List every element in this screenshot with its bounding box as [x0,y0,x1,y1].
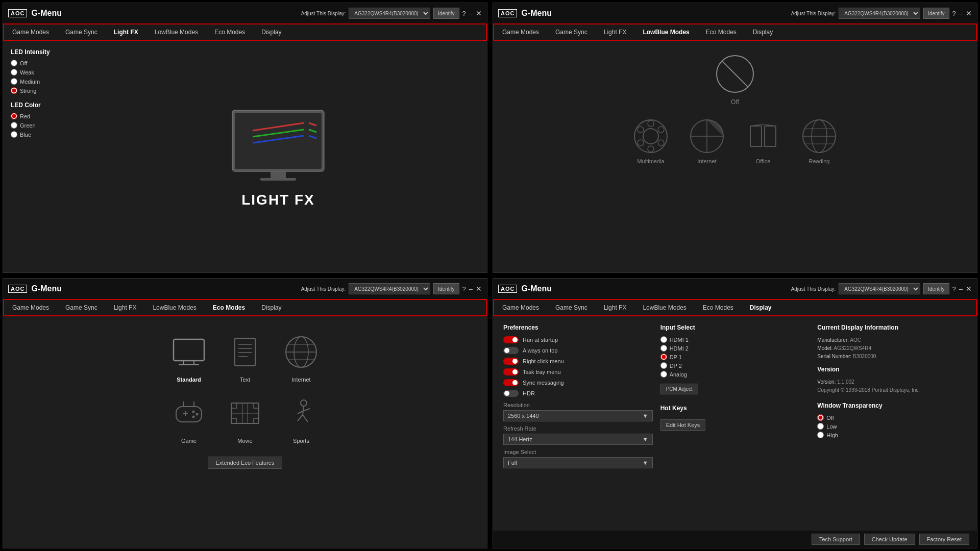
run-at-startup-toggle[interactable] [503,336,519,343]
right-click-toggle[interactable] [503,358,519,365]
info-transparency-section: Current Display Information Manufacturer… [817,324,967,472]
minimize-icon-3[interactable]: – [469,285,473,293]
close-button-4[interactable]: ✕ [966,285,972,293]
tab-game-modes-3[interactable]: Game Modes [4,300,57,315]
identify-button[interactable]: Identify [433,8,459,19]
tab-light-fx-4[interactable]: Light FX [596,300,635,315]
tech-support-button[interactable]: Tech Support [812,534,860,545]
minimize-icon[interactable]: – [469,10,473,17]
eco-sports[interactable]: Sports [281,393,322,444]
refresh-select[interactable]: 144 Hertz ▼ [503,434,653,445]
tab-lowblue-3[interactable]: LowBlue Modes [144,300,204,315]
close-button-3[interactable]: ✕ [476,285,482,293]
transparency-low[interactable]: Low [817,423,967,430]
display-selector[interactable]: AG322QWS4R4(B3020000) [349,8,430,19]
tab-lowblue-4[interactable]: LowBlue Modes [634,300,694,315]
help-icon-2[interactable]: ? [952,10,956,17]
transparency-high[interactable]: High [817,432,967,438]
display-selector-2[interactable]: AG322QWS4R4(B3020000) [839,8,920,19]
extended-eco-button[interactable]: Extended Eco Features [208,457,283,469]
minimize-icon-2[interactable]: – [959,10,963,17]
sync-msg-toggle[interactable] [503,379,519,386]
tab-display-4[interactable]: Display [742,300,780,315]
eco-text[interactable]: Text [225,332,265,383]
always-on-top-toggle[interactable] [503,347,519,354]
color-green[interactable]: Green [11,122,62,129]
help-icon[interactable]: ? [462,10,466,17]
sports-icon [281,393,322,434]
factory-reset-button[interactable]: Factory Reset [919,534,969,545]
identify-button-2[interactable]: Identify [923,8,949,19]
resolution-chevron: ▼ [643,413,648,419]
minimize-icon-4[interactable]: – [959,285,963,293]
display-selector-4[interactable]: AG322QWS4R4(B3020000) [839,283,920,294]
standard-label: Standard [177,377,201,383]
task-tray-toggle[interactable] [503,368,519,375]
resolution-select[interactable]: 2560 x 1440 ▼ [503,410,653,421]
led-strong[interactable]: Strong [11,87,62,94]
help-icon-3[interactable]: ? [462,285,466,293]
close-button[interactable]: ✕ [476,9,482,17]
tab-game-modes-4[interactable]: Game Modes [494,300,547,315]
identify-button-3[interactable]: Identify [433,283,459,294]
tab-eco[interactable]: Eco Modes [206,24,253,40]
tab-game-sync[interactable]: Game Sync [57,24,106,40]
tab-display[interactable]: Display [253,24,289,40]
hdr-toggle[interactable] [503,390,519,397]
tab-lowblue-2[interactable]: LowBlue Modes [634,24,697,40]
tab-game-sync-3[interactable]: Game Sync [57,300,106,315]
display-info-text: Manufacturer: AOC Model: AG322QWS4R4 Ser… [817,336,967,361]
led-off[interactable]: Off [11,60,62,66]
eco-standard[interactable]: Standard [168,332,209,383]
display-selector-3[interactable]: AG322QWS4R4(B3020000) [349,283,430,294]
eco-game[interactable]: Game [168,393,209,444]
adjust-label-2: Adjust This Display: [791,11,836,16]
tab-game-modes-2[interactable]: Game Modes [494,24,547,40]
mode-multimedia[interactable]: Multimedia [633,118,669,164]
version-info: Version: 1.1.002 Copyright © 1993-2018 P… [817,378,967,394]
identify-button-4[interactable]: Identify [923,283,949,294]
help-icon-4[interactable]: ? [952,285,956,293]
gamepad-svg [171,395,207,431]
input-hdmi2[interactable]: HDMI 2 [660,345,810,352]
tab-display-3[interactable]: Display [253,300,289,315]
tab-eco-2[interactable]: Eco Modes [698,24,745,40]
tab-game-sync-2[interactable]: Game Sync [547,24,596,40]
tab-display-2[interactable]: Display [745,24,781,40]
input-hdmi1[interactable]: HDMI 1 [660,336,810,343]
reading-icon [801,118,837,154]
internet-eco-icon [281,332,322,372]
led-medium[interactable]: Medium [11,78,62,85]
pcm-button[interactable]: PCM Adject [660,384,698,394]
transparency-off[interactable]: Off [817,414,967,421]
input-analog[interactable]: Analog [660,371,810,378]
refresh-value: 144 Hertz [508,436,532,442]
hdr-label: HDR [523,390,535,396]
check-update-button[interactable]: Check Update [864,534,915,545]
eco-movie[interactable]: Movie [225,393,265,444]
tab-light-fx-3[interactable]: Light FX [106,300,145,315]
tab-light-fx-2[interactable]: Light FX [596,24,635,40]
close-button-2[interactable]: ✕ [966,9,972,17]
led-weak[interactable]: Weak [11,69,62,76]
tab-light-fx[interactable]: Light FX [106,24,146,40]
image-select[interactable]: Full ▼ [503,457,653,468]
tab-game-modes[interactable]: Game Modes [4,24,57,40]
mode-office[interactable]: Office [745,118,781,164]
mode-internet[interactable]: Internet [689,118,725,164]
edit-hotkeys-button[interactable]: Edit Hot Keys [660,419,706,431]
mode-reading[interactable]: Reading [801,118,837,164]
tab-lowblue[interactable]: LowBlue Modes [146,24,206,40]
titlebar-lowblue: AOC G-Menu Adjust This Display: AG322QWS… [493,3,977,23]
input-dp2[interactable]: DP 2 [660,362,810,369]
tab-eco-4[interactable]: Eco Modes [695,300,742,315]
tab-game-sync-4[interactable]: Game Sync [547,300,596,315]
input-dp1[interactable]: DP 1 [660,354,810,360]
app-title-2: G-Menu [521,9,552,18]
color-blue[interactable]: Blue [11,131,62,138]
monitor-icon [171,334,207,370]
tab-eco-3[interactable]: Eco Modes [205,300,253,315]
svg-rect-23 [750,126,762,146]
color-red[interactable]: Red [11,113,62,119]
eco-internet[interactable]: Internet [281,332,322,383]
